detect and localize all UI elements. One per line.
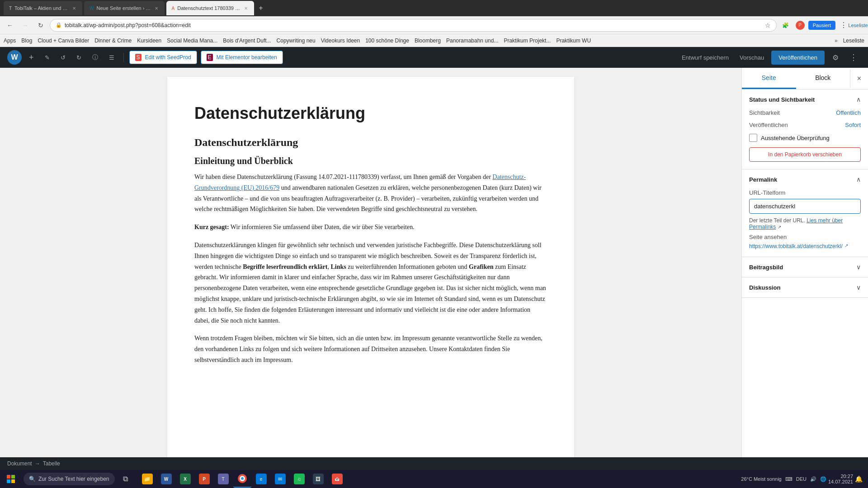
task-view-button[interactable]: ⧉ [117,470,135,488]
bookmark-kursideen[interactable]: Kursideen [137,38,161,44]
content-paragraph-2[interactable]: Kurz gesagt: Wir informieren Sie umfasse… [194,222,547,233]
bookmark-videokurs[interactable]: Videokurs Ideen [321,38,360,44]
wp-undo-button[interactable]: ↺ [57,52,69,63]
sidebar-close-button[interactable]: × [850,70,868,88]
seedprod-button[interactable]: S Edit with SeedProd [129,51,197,64]
wp-list-button[interactable]: ☰ [105,52,118,63]
tab-3[interactable]: A Datenschutztext 1780339 – AdS... ✕ [166,1,255,15]
diskussion-header[interactable]: Diskussion ∨ [742,277,868,297]
content-paragraph-1[interactable]: Wir haben diese Datenschutzerklärung (Fa… [194,172,547,215]
wp-edit-pencil-button[interactable]: ✎ [41,52,53,63]
address-bar[interactable]: 🔒 tobitalk.at/wp-admin/post.php?post=608… [50,19,777,32]
status-visibility-toggle[interactable]: ∧ [856,96,861,103]
taskbar-notification-icon[interactable]: 🔔 [855,475,863,483]
breadcrumb-table[interactable]: Tabelle [43,460,60,467]
bookmark-praktikum-wu[interactable]: Praktikum WU [556,38,591,44]
taskbar-file-explorer[interactable]: 📁 [138,470,156,488]
save-draft-button[interactable]: Entwurf speichern [678,52,732,63]
trash-button[interactable]: In den Papierkorb verschieben [749,147,861,162]
wp-redo-button[interactable]: ↻ [73,52,85,63]
diskussion-toggle[interactable]: ∨ [856,284,861,291]
bookmark-dinner[interactable]: Dinner & Crime [94,38,132,44]
taskbar-app-photos[interactable]: 🖼 [309,470,327,488]
bookmark-100schoen[interactable]: 100 schöne Dinge [365,38,409,44]
wp-info-button[interactable]: ⓘ [89,52,102,63]
permalink-toggle[interactable]: ∧ [856,176,861,183]
taskbar-app-excel[interactable]: X [176,470,194,488]
taskbar-keyboard-icon[interactable]: ⌨ [785,476,793,482]
tab-block-label: Block [815,74,830,81]
leseliste-icon[interactable]: Leseliste [852,19,864,32]
taskbar-app-mail[interactable]: ✉ [271,470,289,488]
taskbar-app-teams[interactable]: T [214,470,232,488]
edge-icon: e [256,474,267,484]
editor-content[interactable]: Datenschutzerklärung Datenschutzerklärun… [167,77,574,479]
breadcrumb-bar: Dokument → Tabelle [0,457,868,470]
content-h3[interactable]: Einleitung und Überblick [194,156,547,166]
editor-area: Datenschutzerklärung Datenschutzerklärun… [0,68,741,488]
bookmark-panoramabahn[interactable]: Panoramabahn und... [446,38,498,44]
bookmark-praktikum-projekt[interactable]: Praktikum Projekt... [504,38,551,44]
sidebar-tab-block[interactable]: Block [796,68,850,89]
breadcrumb-doc[interactable]: Dokument [7,460,32,467]
beitragsbild-header[interactable]: Beitragsbild ∨ [742,257,868,277]
status-visibility-header[interactable]: Status und Sichtbarkeit ∧ [742,89,868,109]
content-h2[interactable]: Datenschutzerklärung [194,136,547,149]
taskbar-app-powerpoint[interactable]: P [195,470,213,488]
forward-button[interactable]: → [19,19,32,32]
preview-button[interactable]: Vorschau [736,52,768,63]
profile-icon[interactable]: P [794,19,807,32]
elementor-button[interactable]: E Mit Elementor bearbeiten [201,51,283,64]
bookmark-apps[interactable]: Apps [4,38,16,44]
bookmark-bloomberg[interactable]: Bloomberg [415,38,441,44]
wp-logo[interactable]: W [7,50,22,65]
bookmarks-more[interactable]: » [835,38,838,44]
tab-2[interactable]: W Neue Seite erstellen › TobiTalk... ✕ [84,1,164,15]
bookmark-cloud[interactable]: Cloud + Canva Bilder [38,38,89,44]
beitragsbild-toggle[interactable]: ∨ [856,263,861,271]
start-button[interactable] [0,470,22,488]
wp-more-icon[interactable]: ⋮ [846,50,861,65]
taskbar-app-calendar[interactable]: 📅 [328,470,346,488]
plus-icon: + [29,53,34,62]
publish-button[interactable]: Veröffentlichen [771,51,825,65]
tab3-close[interactable]: ✕ [243,5,249,12]
star-icon[interactable]: ☆ [765,22,771,29]
taskbar-app-word[interactable]: W [157,470,175,488]
taskbar-app-music[interactable]: ♫ [290,470,308,488]
sidebar-tab-seite[interactable]: Seite [742,68,796,89]
ausstehend-checkbox[interactable] [749,134,757,142]
wp-settings-icon[interactable]: ⚙ [828,50,843,65]
tab1-close[interactable]: ✕ [71,5,77,12]
back-button[interactable]: ← [4,19,16,32]
veroeffentlichen-value[interactable]: Sofort [845,122,861,128]
bookmark-blog[interactable]: Blog [21,38,32,44]
post-title-input[interactable]: Datenschutzerklärung [194,104,547,123]
tab-1[interactable]: T TobiTalk – Aktien und persönlich... ✕ [4,1,82,15]
pause-button[interactable]: Pausiert [808,21,835,30]
taskbar-search-bar[interactable]: 🔍 Zur Suche Text hier eingeben [24,473,115,485]
tab2-close[interactable]: ✕ [154,5,159,12]
taskbar-network-icon[interactable]: 🌐 [820,476,826,482]
taskbar-language[interactable]: DEU [796,476,807,482]
content-paragraph-4[interactable]: Wenn trotzdem Fragen bleiben, möchten wi… [194,333,547,365]
extensions-icon[interactable]: 🧩 [779,19,792,32]
full-url-link[interactable]: https://www.tobitalk.at/datenschutzerkl/ [749,243,843,249]
reload-button[interactable]: ↻ [34,19,47,32]
wp-add-button[interactable]: + [25,51,38,64]
url-title-input[interactable] [749,199,861,214]
bookmark-copywriting[interactable]: Copywriting neu [277,38,316,44]
leseliste-bookmark[interactable]: Leseliste [843,38,864,44]
taskbar-app-chrome[interactable] [233,470,251,488]
taskbar-sound-icon[interactable]: 🔊 [810,476,816,482]
permalink-header[interactable]: Permalink ∧ [742,169,868,189]
bookmark-social[interactable]: Social Media Mana... [167,38,217,44]
taskbar-app-edge[interactable]: e [252,470,270,488]
bookmark-bois[interactable]: Bois d'Argent Duft... [223,38,271,44]
sichtbarkeit-value[interactable]: Öffentlich [836,109,861,116]
content-paragraph-3[interactable]: Datenschutzerklärungen klingen für gewöh… [194,240,547,326]
taskbar-weather[interactable]: 26°C Meist sonnig [741,476,781,482]
taskbar-clock[interactable]: 20:27 14.07.2021 [828,474,853,484]
datenschutz-link[interactable]: Datenschutz-Grundverordnung (EU) 2016/67… [194,174,526,191]
new-tab-button[interactable]: + [256,4,265,12]
